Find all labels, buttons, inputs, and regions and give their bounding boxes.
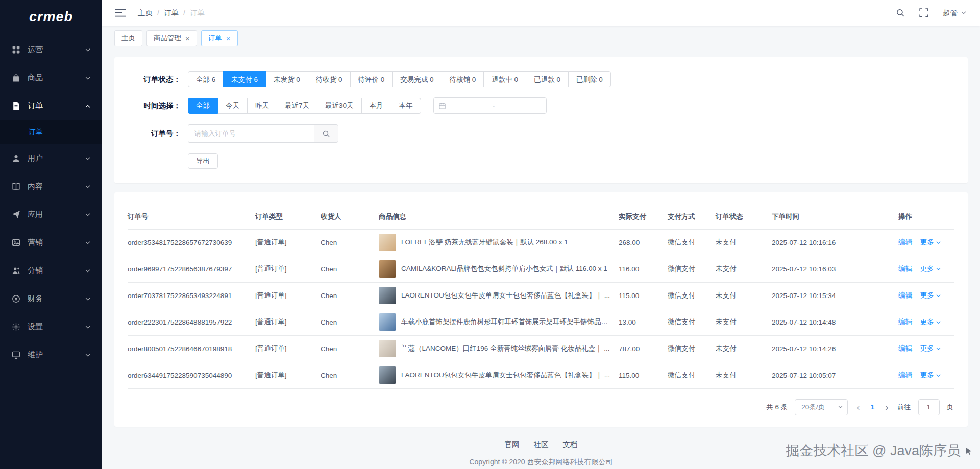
sidebar-item[interactable]: 内容 [0, 172, 102, 201]
sidebar-item[interactable]: 维护 [0, 341, 102, 369]
order-status-filter-button[interactable]: 待收货 0 [308, 71, 351, 87]
edit-link[interactable]: 编辑 [898, 318, 912, 326]
order-status-group: 全部 6未支付 6未发货 0待收货 0待评价 0交易完成 0待核销 0退款中 0… [188, 71, 611, 87]
product-cell: 车载小鹿首饰架摆件鹿角树形耳钉耳环首饰展示架耳环架手链饰品收纳... [379, 309, 619, 335]
order-icon [11, 102, 20, 111]
tab-label: 主页 [121, 34, 135, 43]
app-icon [11, 210, 20, 219]
paid-amount-cell: 115.00 [619, 282, 668, 309]
order-search-button[interactable] [314, 124, 338, 143]
chevron-down-icon [936, 373, 941, 378]
edit-link[interactable]: 编辑 [898, 291, 912, 299]
fullscreen-icon[interactable] [919, 8, 928, 17]
date-range-separator: - [446, 102, 542, 110]
edit-link[interactable]: 编辑 [898, 344, 912, 352]
consignee-cell: Chen [321, 362, 379, 388]
prev-page-button[interactable]: ‹ [855, 402, 861, 412]
order-status-filter-button[interactable]: 未支付 6 [223, 71, 266, 87]
time-filter-button[interactable]: 本年 [391, 98, 421, 114]
user-menu[interactable]: 超管 [943, 8, 967, 18]
next-page-button[interactable]: › [884, 402, 890, 412]
paid-amount-cell: 116.00 [619, 256, 668, 282]
chevron-down-icon [85, 184, 91, 190]
chevron-down-icon [85, 352, 91, 358]
footer-link[interactable]: 官网 [505, 440, 520, 450]
order-no-cell: order35348175228657672730639 [128, 229, 255, 256]
order-status-filter-button[interactable]: 已退款 0 [526, 71, 569, 87]
product-info-text: CAMILA&KORALI品牌包包女包斜挎单肩小包女式｜默认 116.00 x … [401, 264, 607, 274]
time-filter-button[interactable]: 最近7天 [277, 98, 317, 114]
breadcrumb-item: 订单 [190, 8, 205, 18]
sidebar-item[interactable]: 分销 [0, 257, 102, 285]
actions-cell: 编辑 更多 [898, 282, 954, 309]
sidebar-item-label: 订单 [28, 101, 85, 111]
breadcrumb-item[interactable]: 主页 [138, 8, 153, 18]
sidebar-subitem[interactable]: 订单 [0, 120, 102, 144]
order-no-input[interactable] [188, 124, 314, 143]
edit-link[interactable]: 编辑 [898, 265, 912, 273]
time-filter-button[interactable]: 最近30天 [317, 98, 362, 114]
more-link[interactable]: 更多 [920, 317, 941, 327]
user-icon [11, 154, 20, 163]
sidebar-item[interactable]: 应用 [0, 201, 102, 229]
current-page[interactable]: 1 [869, 403, 877, 411]
sidebar-item[interactable]: 订单 [0, 92, 102, 120]
time-filter-button[interactable]: 昨天 [247, 98, 277, 114]
more-link[interactable]: 更多 [920, 291, 941, 300]
more-link[interactable]: 更多 [920, 371, 941, 380]
order-status-filter-button[interactable]: 已删除 0 [568, 71, 611, 87]
order-time-cell: 2025-07-12 10:14:48 [772, 309, 898, 335]
date-range-picker[interactable]: - [433, 97, 547, 114]
table-row: order70378175228653493224891 [普通订单] Chen… [128, 282, 954, 309]
topbar-actions: 超管 [896, 8, 967, 18]
table-row: order63449175228590735044890 [普通订单] Chen… [128, 362, 954, 388]
sidebar-collapse-icon[interactable] [115, 9, 126, 17]
chevron-down-icon [85, 296, 91, 302]
export-button[interactable]: 导出 [188, 153, 218, 169]
order-status-filter-button[interactable]: 未发货 0 [265, 71, 308, 87]
more-link[interactable]: 更多 [920, 238, 941, 247]
more-link[interactable]: 更多 [920, 344, 941, 353]
edit-link[interactable]: 编辑 [898, 238, 912, 246]
time-filter-button[interactable]: 今天 [217, 98, 248, 114]
time-filter-button[interactable]: 本月 [361, 98, 391, 114]
product-thumbnail [379, 340, 396, 357]
order-status-filter-button[interactable]: 待核销 0 [442, 71, 484, 87]
goto-page-input[interactable] [918, 399, 940, 415]
tab[interactable]: 主页 [114, 30, 142, 46]
page-size-select[interactable]: 20条/页 [795, 399, 848, 415]
sidebar-item-label: 营销 [28, 238, 85, 248]
column-header: 商品信息 [379, 205, 619, 229]
time-filter-button[interactable]: 全部 [188, 98, 218, 114]
sidebar-item[interactable]: 财务 [0, 285, 102, 313]
product-thumbnail [379, 313, 396, 331]
tab[interactable]: 商品管理 × [146, 30, 197, 46]
table-row: order96997175228656387679397 [普通订单] Chen… [128, 256, 954, 282]
sidebar: crmeb 运营 商品 订单 订单 用户 内容 应用 [0, 0, 102, 469]
sidebar-item[interactable]: 用户 [0, 144, 102, 172]
sidebar-item[interactable]: 商品 [0, 64, 102, 92]
footer-link[interactable]: 社区 [534, 440, 549, 450]
breadcrumb-item[interactable]: 订单 [164, 8, 179, 18]
order-status-filter-button[interactable]: 交易完成 0 [392, 71, 442, 87]
page-size-value: 20条/页 [801, 403, 825, 412]
order-status-filter-button[interactable]: 待评价 0 [350, 71, 393, 87]
order-status-filter-button[interactable]: 全部 6 [188, 71, 224, 87]
tab[interactable]: 订单 × [201, 30, 238, 46]
sidebar-item[interactable]: 运营 [0, 36, 102, 64]
more-link[interactable]: 更多 [920, 264, 941, 274]
order-no-cell: order96997175228656387679397 [128, 256, 255, 282]
product-icon [11, 73, 20, 83]
actions-cell: 编辑 更多 [898, 229, 954, 256]
order-status-cell: 未支付 [716, 335, 772, 362]
edit-link[interactable]: 编辑 [898, 371, 912, 379]
close-icon[interactable]: × [226, 35, 231, 42]
footer-link[interactable]: 文档 [563, 440, 578, 450]
sidebar-item[interactable]: 营销 [0, 229, 102, 257]
time-filter-group: 全部今天昨天最近7天最近30天本月本年 [188, 98, 421, 114]
search-icon[interactable] [896, 8, 905, 17]
sidebar-item[interactable]: 设置 [0, 313, 102, 341]
column-header: 操作 [898, 205, 954, 229]
close-icon[interactable]: × [185, 35, 190, 42]
order-status-filter-button[interactable]: 退款中 0 [483, 71, 526, 87]
